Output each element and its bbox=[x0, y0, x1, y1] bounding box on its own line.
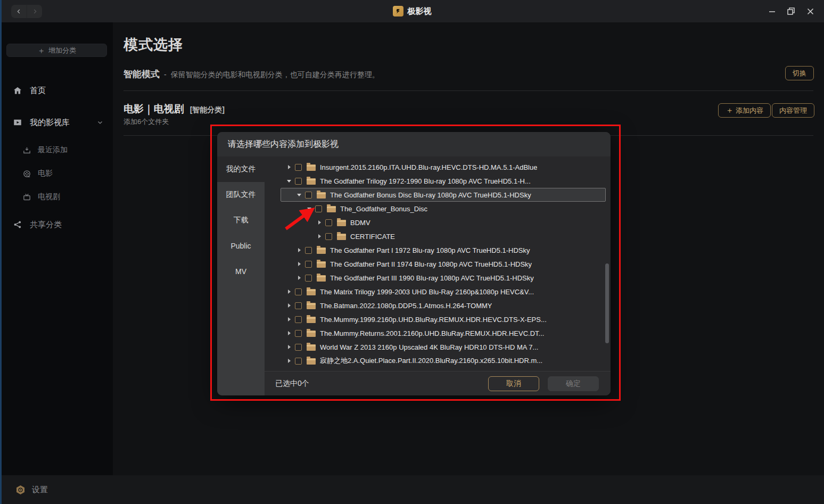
dialog-tabs: 我的文件 团队文件 下载 Public MV bbox=[217, 156, 265, 395]
sidebar-item-icon bbox=[13, 86, 22, 95]
history-nav bbox=[11, 5, 42, 18]
scrollbar-thumb[interactable] bbox=[605, 263, 609, 343]
tree-checkbox[interactable] bbox=[295, 288, 302, 295]
folder-icon bbox=[307, 303, 316, 309]
confirm-button[interactable]: 确定 bbox=[548, 376, 599, 391]
tree-row[interactable]: Insurgent.2015.2160p.ITA.UHD.Blu-ray.HEV… bbox=[265, 160, 611, 174]
tree-row[interactable]: BDMV bbox=[265, 216, 611, 229]
tree-row[interactable]: The.Mummy.Returns.2001.2160p.UHD.BluRay.… bbox=[265, 326, 611, 340]
tree-row[interactable]: World War Z 2013 2160p Upscaled 4K BluRa… bbox=[265, 340, 611, 354]
tree-row-label: The.Mummy.1999.2160p.UHD.BluRay.REMUX.HD… bbox=[320, 316, 547, 324]
dialog-tab[interactable]: 我的文件 bbox=[217, 156, 265, 182]
sidebar-item[interactable]: 首页 bbox=[0, 75, 113, 106]
expand-toggle-icon[interactable] bbox=[296, 275, 302, 281]
sidebar-item[interactable]: 共享分类 bbox=[0, 209, 113, 241]
dialog-tab[interactable]: 下载 bbox=[217, 208, 265, 233]
expand-toggle-icon[interactable] bbox=[286, 164, 292, 170]
sidebar-item[interactable]: 电视剧 bbox=[0, 185, 113, 209]
tree-checkbox[interactable] bbox=[295, 344, 302, 351]
close-button[interactable] bbox=[801, 0, 820, 22]
expand-toggle-icon[interactable] bbox=[316, 219, 323, 226]
tree-row[interactable]: The.Batman.2022.1080p.DDP5.1.Atmos.H.264… bbox=[265, 299, 611, 312]
tree-row[interactable]: The Matrix Trilogy 1999-2003 UHD Blu-Ray… bbox=[265, 285, 611, 299]
dialog-tab-label: Public bbox=[230, 242, 251, 250]
expand-toggle-icon[interactable] bbox=[286, 344, 292, 350]
forward-button[interactable] bbox=[27, 5, 42, 18]
tree-checkbox[interactable] bbox=[325, 233, 332, 240]
add-content-button[interactable]: ＋ 添加内容 bbox=[718, 103, 771, 118]
sidebar-item[interactable]: 电影 bbox=[0, 162, 113, 185]
tree-checkbox[interactable] bbox=[295, 164, 302, 171]
tree-row-label: The.Batman.2022.1080p.DDP5.1.Atmos.H.264… bbox=[320, 302, 492, 310]
dialog-tab[interactable]: 团队文件 bbox=[217, 182, 265, 208]
tree-row[interactable]: The Godfather Part I 1972 Blu-ray 1080p … bbox=[265, 243, 611, 257]
folder-icon bbox=[307, 289, 316, 295]
folder-icon bbox=[317, 192, 326, 199]
cancel-button[interactable]: 取消 bbox=[488, 376, 539, 391]
sidebar-item-label: 首页 bbox=[30, 86, 46, 96]
tree-checkbox[interactable] bbox=[295, 358, 302, 365]
expand-toggle-icon[interactable] bbox=[286, 178, 292, 184]
tree-row[interactable]: The_Godfather_Bonus_Disc bbox=[265, 202, 611, 216]
switch-mode-button[interactable]: 切换 bbox=[785, 66, 814, 80]
tree-checkbox[interactable] bbox=[305, 192, 312, 199]
sidebar-item-label: 电影 bbox=[38, 169, 53, 178]
expand-toggle-icon[interactable] bbox=[296, 261, 302, 267]
tree-checkbox[interactable] bbox=[305, 261, 312, 268]
close-icon bbox=[807, 8, 814, 15]
content-manage-button[interactable]: 内容管理 bbox=[772, 103, 814, 118]
settings-button[interactable]: 设置 bbox=[15, 475, 48, 504]
dialog-tab[interactable]: Public bbox=[217, 233, 265, 259]
tree-row-label: CERTIFICATE bbox=[350, 233, 395, 241]
dialog-tab[interactable]: MV bbox=[217, 259, 265, 284]
expand-toggle-icon[interactable] bbox=[316, 233, 323, 239]
add-content-dialog: 请选择哪些内容添加到极影视 我的文件 团队文件 下载 bbox=[217, 132, 611, 395]
dialog-footer: 已选中0个 取消 确定 bbox=[265, 371, 611, 395]
restore-icon bbox=[787, 7, 795, 15]
tree-row[interactable]: CERTIFICATE bbox=[265, 229, 611, 243]
sidebar-item[interactable]: 最近添加 bbox=[0, 138, 113, 162]
back-button[interactable] bbox=[11, 5, 27, 18]
tree-row[interactable]: The Godfather Bonus Disc Blu-ray 1080p A… bbox=[265, 188, 611, 202]
sidebar-item-icon bbox=[22, 169, 31, 178]
tree-row-label: 寂静之地2.A.Quiet.Place.Part.II.2020.BluRay.… bbox=[320, 356, 542, 366]
restore-button[interactable] bbox=[781, 0, 801, 22]
expand-toggle-icon[interactable] bbox=[286, 302, 292, 309]
expand-toggle-icon[interactable] bbox=[286, 288, 292, 295]
sidebar-item[interactable]: 我的影视库 bbox=[0, 106, 113, 138]
expand-toggle-icon[interactable] bbox=[286, 316, 292, 323]
divider bbox=[123, 90, 813, 91]
tree-checkbox[interactable] bbox=[315, 205, 322, 212]
tree-checkbox[interactable] bbox=[295, 330, 302, 337]
expand-toggle-icon[interactable] bbox=[296, 192, 302, 198]
folder-icon bbox=[317, 247, 326, 254]
tree-checkbox[interactable] bbox=[295, 302, 302, 309]
tree-row[interactable]: The Godfather Trilogy 1972-1990 Blu-ray … bbox=[265, 174, 611, 188]
expand-toggle-icon[interactable] bbox=[286, 358, 292, 364]
app-title: 极影视 bbox=[408, 6, 432, 16]
page-title: 模式选择 bbox=[123, 35, 183, 54]
minimize-button[interactable] bbox=[762, 0, 781, 22]
tree-row-label: The Godfather Part II 1974 Blu-ray 1080p… bbox=[330, 260, 532, 268]
expand-toggle-icon[interactable] bbox=[296, 247, 302, 253]
tree-row[interactable]: The.Mummy.1999.2160p.UHD.BluRay.REMUX.HD… bbox=[265, 312, 611, 326]
chevron-down-icon bbox=[97, 119, 103, 126]
sidebar-item-label: 共享分类 bbox=[30, 220, 62, 230]
folder-icon bbox=[307, 164, 316, 171]
folder-icon bbox=[307, 331, 316, 337]
add-category-button[interactable]: ＋ 增加分类 bbox=[6, 44, 107, 57]
tree-row[interactable]: The Godfather Part II 1974 Blu-ray 1080p… bbox=[265, 257, 611, 271]
sidebar-item-icon bbox=[13, 220, 22, 229]
tree-checkbox[interactable] bbox=[325, 219, 332, 226]
folder-icon bbox=[317, 275, 326, 282]
tree-checkbox[interactable] bbox=[295, 316, 302, 323]
expand-toggle-icon[interactable] bbox=[286, 330, 292, 336]
tree-checkbox[interactable] bbox=[295, 178, 302, 185]
tree-checkbox[interactable] bbox=[305, 247, 312, 254]
tree-checkbox[interactable] bbox=[305, 275, 312, 282]
tree-row[interactable]: The Godfather Part III 1990 Blu-ray 1080… bbox=[265, 271, 611, 285]
folder-icon bbox=[327, 206, 336, 212]
expand-toggle-icon[interactable] bbox=[306, 205, 312, 212]
tree-row[interactable]: 寂静之地2.A.Quiet.Place.Part.II.2020.BluRay.… bbox=[265, 354, 611, 368]
add-content-label: 添加内容 bbox=[736, 106, 763, 115]
